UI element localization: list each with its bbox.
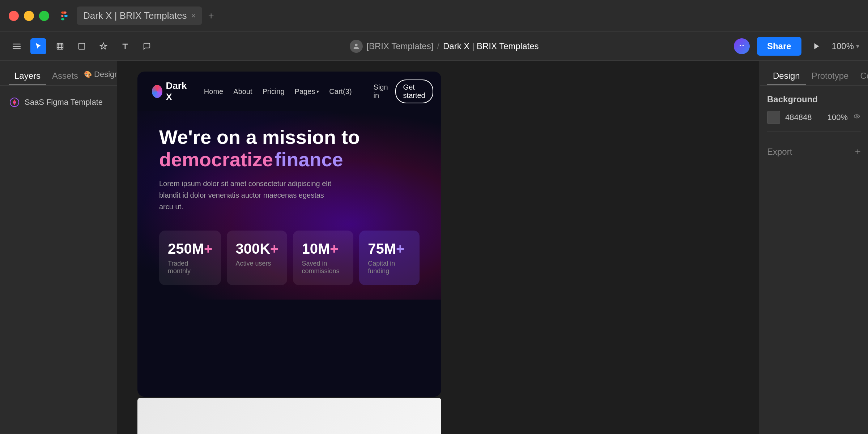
new-tab-button[interactable]: + xyxy=(208,10,214,22)
tab-assets[interactable]: Assets xyxy=(46,67,84,85)
svg-rect-3 xyxy=(57,43,63,49)
layer-name: SaaS Figma Template xyxy=(25,98,103,107)
svg-rect-8 xyxy=(79,43,85,49)
stats-grid: 250M+ Traded monthly 300K+ Active users … xyxy=(159,231,420,285)
team-avatar xyxy=(350,40,363,53)
zoom-chevron-icon: ▾ xyxy=(856,42,859,50)
nav-about: About xyxy=(233,87,252,96)
tab-close-icon[interactable]: × xyxy=(191,11,196,21)
layers-panel-content: SaaS Figma Template xyxy=(0,86,117,434)
visibility-toggle-icon[interactable] xyxy=(853,112,861,123)
toolbar: [BRIX Templates] / Dark X | BRIX Templat… xyxy=(0,32,868,61)
frame-tool-button[interactable] xyxy=(52,38,68,54)
hero-title-accent2: finance xyxy=(275,149,343,170)
svg-marker-10 xyxy=(814,43,819,49)
comment-tool-button[interactable] xyxy=(139,38,155,54)
svg-point-13 xyxy=(856,116,858,117)
share-button[interactable]: Share xyxy=(757,37,801,56)
shape-tool-button[interactable] xyxy=(74,38,90,54)
stat-card-2: 10M+ Saved in commissions xyxy=(293,231,353,285)
left-panel-tabs: Layers Assets 🎨 Design ▾ xyxy=(0,61,117,86)
text-tool-button[interactable] xyxy=(117,38,133,54)
select-tool-button[interactable] xyxy=(30,38,46,54)
stat-number-3: 75M+ xyxy=(368,241,411,257)
background-color-row: 484848 100% xyxy=(767,111,861,124)
stat-number-0: 250M+ xyxy=(168,241,212,257)
nav-pages: Pages ▾ xyxy=(295,87,319,96)
svg-point-12 xyxy=(854,115,860,118)
breadcrumb-separator: / xyxy=(437,41,439,51)
user-avatar xyxy=(734,38,750,54)
bottom-image xyxy=(137,398,441,434)
background-color-swatch[interactable] xyxy=(767,111,780,124)
nav-links: Home About Pricing Pages ▾ Cart(3) xyxy=(204,87,352,96)
right-panel: Design Prototype Code Background 484848 … xyxy=(760,61,868,434)
nav-signin: Sign in xyxy=(374,83,388,100)
breadcrumb-project: Dark X | BRIX Templates xyxy=(443,41,539,51)
svg-rect-1 xyxy=(13,46,21,47)
stat-label-1: Active users xyxy=(235,260,278,267)
left-panel: Layers Assets 🎨 Design ▾ SaaS Figma Temp… xyxy=(0,61,117,434)
toolbar-center: [BRIX Templates] / Dark X | BRIX Templat… xyxy=(162,40,727,53)
minimize-button[interactable] xyxy=(24,11,34,21)
design-emoji-icon: 🎨 xyxy=(84,70,92,78)
layer-item[interactable]: SaaS Figma Template xyxy=(6,93,111,112)
stat-label-3: Capital in funding xyxy=(368,260,411,275)
export-row: Export + xyxy=(767,146,861,158)
logo-ring-icon xyxy=(152,85,162,98)
zoom-control[interactable]: 100% ▾ xyxy=(832,41,859,51)
traffic-lights xyxy=(9,11,49,21)
component-icon xyxy=(9,97,20,107)
nav-home: Home xyxy=(204,87,223,96)
nav-cart: Cart(3) xyxy=(329,87,352,96)
site-logo: Dark X xyxy=(152,80,190,103)
svg-point-9 xyxy=(355,43,358,46)
svg-rect-0 xyxy=(13,43,21,44)
tab-prototype[interactable]: Prototype xyxy=(806,67,855,85)
export-add-button[interactable]: + xyxy=(855,146,861,158)
divider xyxy=(767,131,861,132)
svg-rect-2 xyxy=(13,48,21,49)
right-panel-content: Background 484848 100% Export + xyxy=(760,86,868,166)
play-button[interactable] xyxy=(809,38,825,54)
logo-text: Dark X xyxy=(166,80,190,103)
tab-layers[interactable]: Layers xyxy=(9,67,46,85)
bottom-section xyxy=(137,398,441,434)
background-section-title: Background xyxy=(767,94,861,104)
design-label: Design xyxy=(94,70,119,79)
stat-card-3: 75M+ Capital in funding xyxy=(359,231,420,285)
export-label: Export xyxy=(767,147,792,157)
canvas[interactable]: Dark X Home About Pricing Pages ▾ Cart(3… xyxy=(117,61,760,434)
hero-title-accent1: democratize xyxy=(159,149,273,170)
background-color-value[interactable]: 484848 xyxy=(785,113,822,122)
zoom-level: 100% xyxy=(832,41,854,51)
pen-tool-button[interactable] xyxy=(95,38,111,54)
tab-title: Dark X | BRIX Templates xyxy=(83,10,187,21)
nav-pricing: Pricing xyxy=(262,87,284,96)
site-nav: Dark X Home About Pricing Pages ▾ Cart(3… xyxy=(137,72,441,111)
titlebar: Dark X | BRIX Templates × + xyxy=(0,0,868,32)
stat-label-0: Traded monthly xyxy=(168,260,212,275)
main-layout: Layers Assets 🎨 Design ▾ SaaS Figma Temp… xyxy=(0,61,868,434)
toolbar-left xyxy=(9,38,155,54)
fullscreen-button[interactable] xyxy=(39,11,49,21)
breadcrumb-team: [BRIX Templates] xyxy=(366,41,433,51)
stat-number-1: 300K+ xyxy=(235,241,278,257)
right-panel-tabs: Design Prototype Code xyxy=(760,61,868,86)
hero-title-line1: We're on a mission to xyxy=(159,126,360,148)
breadcrumb: [BRIX Templates] / Dark X | BRIX Templat… xyxy=(350,40,539,53)
stat-card-1: 300K+ Active users xyxy=(227,231,287,285)
mockup-frame: Dark X Home About Pricing Pages ▾ Cart(3… xyxy=(137,72,441,397)
tab-code[interactable]: Code xyxy=(854,67,868,85)
background-opacity-value[interactable]: 100% xyxy=(827,113,848,122)
nav-getstarted: Get started xyxy=(395,80,433,103)
nav-cta: Sign in Get started xyxy=(374,80,433,103)
stat-label-2: Saved in commissions xyxy=(302,260,345,275)
close-button[interactable] xyxy=(9,11,19,21)
browser-tab[interactable]: Dark X | BRIX Templates × xyxy=(77,7,202,25)
menu-button[interactable] xyxy=(9,38,25,54)
hero-title: We're on a mission to democratize financ… xyxy=(159,126,420,171)
hero-subtitle: Lorem ipsum dolor sit amet consectetur a… xyxy=(159,178,340,212)
hero-section: We're on a mission to democratize financ… xyxy=(137,111,441,300)
tab-design[interactable]: Design xyxy=(767,67,806,85)
